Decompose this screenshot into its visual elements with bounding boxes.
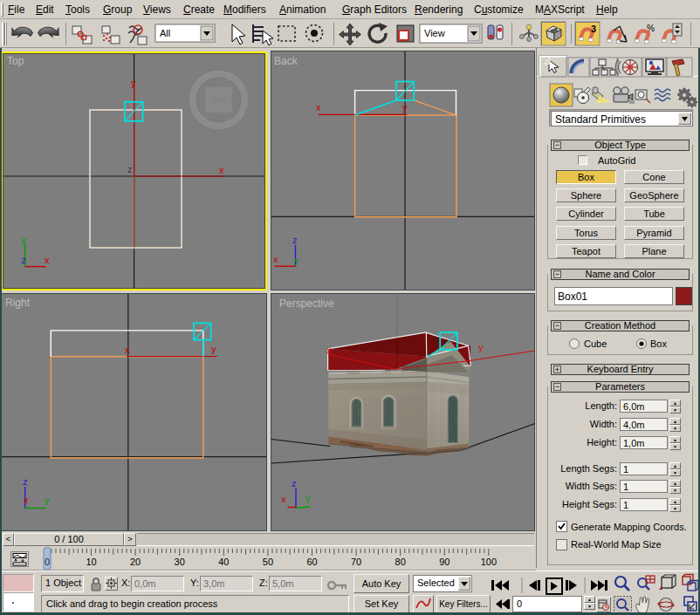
- svg-text:z: z: [127, 164, 133, 174]
- svg-text:70: 70: [351, 557, 361, 567]
- svg-text:Perspective: Perspective: [279, 297, 334, 310]
- svg-text:TOP: TOP: [212, 96, 228, 105]
- svg-text:x: x: [24, 495, 29, 505]
- svg-text:x: x: [45, 255, 50, 265]
- svg-text:Top: Top: [7, 55, 24, 67]
- svg-text:3: 3: [591, 24, 596, 34]
- svg-text:All: All: [160, 28, 170, 38]
- svg-text:x: x: [316, 102, 321, 113]
- svg-text:x: x: [273, 254, 278, 264]
- svg-text:x: x: [326, 345, 332, 355]
- svg-text:x: x: [281, 494, 286, 504]
- svg-text:90: 90: [439, 557, 450, 567]
- svg-text:x: x: [219, 165, 224, 175]
- svg-text:10: 10: [86, 557, 96, 567]
- svg-text:80: 80: [395, 557, 406, 567]
- svg-text:60: 60: [306, 557, 317, 567]
- svg-text:y: y: [478, 342, 484, 352]
- svg-text:100: 100: [481, 557, 497, 567]
- svg-text:50: 50: [263, 557, 273, 567]
- svg-text:Back: Back: [274, 55, 299, 67]
- svg-text:y: y: [211, 344, 216, 354]
- svg-text:30: 30: [175, 557, 185, 567]
- svg-text:z: z: [22, 255, 27, 265]
- svg-text:0: 0: [45, 557, 50, 567]
- svg-text:z: z: [23, 476, 28, 487]
- svg-text:z: z: [292, 235, 298, 245]
- svg-text:y: y: [21, 235, 26, 245]
- svg-text:z: z: [292, 478, 297, 489]
- svg-text:y: y: [402, 102, 408, 113]
- svg-text:%: %: [647, 24, 655, 33]
- svg-text:y: y: [131, 78, 136, 88]
- svg-text:y: y: [45, 495, 50, 505]
- svg-text:View: View: [424, 28, 445, 38]
- svg-text:40: 40: [218, 557, 229, 567]
- svg-text:y: y: [294, 255, 299, 265]
- svg-text:20: 20: [130, 557, 141, 567]
- svg-text:x: x: [125, 345, 130, 355]
- svg-text:Right: Right: [5, 297, 31, 309]
- svg-text:y: y: [305, 493, 311, 503]
